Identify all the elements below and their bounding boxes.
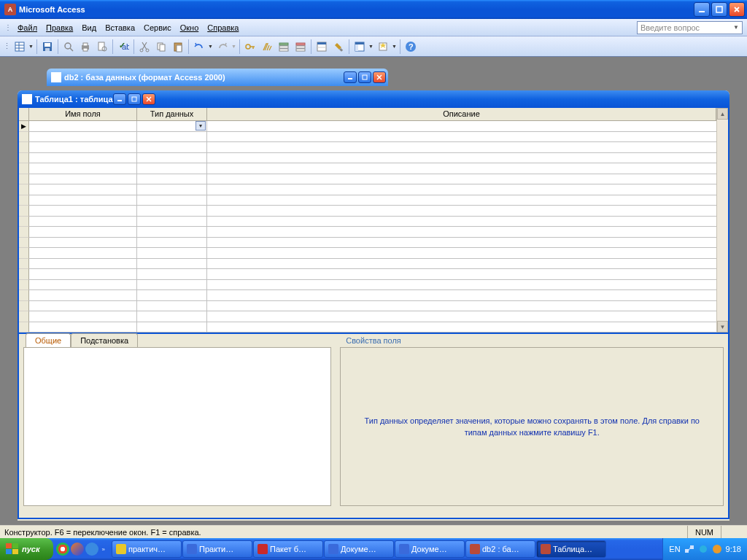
primary-key-button[interactable]: [242, 39, 258, 55]
grid-row[interactable]: [19, 163, 716, 174]
cell-data-type[interactable]: [137, 174, 207, 185]
row-selector[interactable]: [19, 311, 29, 322]
quick-ie-icon[interactable]: [85, 542, 98, 556]
database-window-dropdown-icon[interactable]: ▼: [368, 44, 374, 49]
cell-description[interactable]: [207, 301, 716, 312]
quick-chrome-icon[interactable]: [56, 542, 69, 556]
cell-description[interactable]: [207, 142, 716, 153]
grid-row[interactable]: [19, 174, 716, 185]
row-selector[interactable]: [19, 195, 29, 206]
taskbar-item[interactable]: Докуме…: [395, 540, 465, 558]
cell-description[interactable]: [207, 174, 716, 185]
cell-field-name[interactable]: [29, 322, 137, 333]
cell-description[interactable]: [207, 184, 716, 195]
row-selector[interactable]: [19, 269, 29, 280]
build-button[interactable]: [330, 39, 347, 55]
grid-row[interactable]: [19, 206, 716, 217]
paste-button[interactable]: [170, 39, 186, 55]
cell-description[interactable]: [207, 311, 716, 322]
table-window-titlebar[interactable]: Таблица1 : таблица: [18, 90, 729, 108]
grid-row[interactable]: [19, 195, 716, 206]
cell-description[interactable]: [207, 269, 716, 280]
scroll-down-button[interactable]: ▼: [717, 321, 728, 332]
cell-field-name[interactable]: [29, 280, 137, 291]
tab-lookup[interactable]: Подстановка: [71, 333, 138, 347]
cell-data-type[interactable]: [137, 269, 207, 280]
db-minimize-button[interactable]: [344, 71, 357, 83]
grid-row[interactable]: [19, 322, 716, 333]
indexes-button[interactable]: [259, 39, 275, 55]
cell-data-type[interactable]: [137, 311, 207, 322]
tray-network-icon[interactable]: [684, 544, 694, 554]
cell-field-name[interactable]: [29, 174, 137, 185]
view-button[interactable]: [12, 39, 28, 55]
delete-rows-button[interactable]: [293, 39, 309, 55]
row-selector[interactable]: [19, 280, 29, 291]
menu-insert[interactable]: Вставка: [101, 22, 139, 34]
cell-data-type[interactable]: [137, 227, 207, 238]
taskbar-item[interactable]: практич…: [112, 540, 182, 558]
save-button[interactable]: [39, 39, 55, 55]
grid-row[interactable]: [19, 217, 716, 228]
grid-row[interactable]: [19, 290, 716, 301]
new-object-dropdown-icon[interactable]: ▼: [392, 44, 398, 49]
cell-description[interactable]: [207, 280, 716, 291]
menu-file[interactable]: Файл: [13, 22, 42, 34]
clock[interactable]: 9:18: [726, 545, 741, 553]
table-minimize-button[interactable]: [113, 93, 126, 105]
app-maximize-button[interactable]: [711, 2, 727, 17]
row-selector[interactable]: [19, 132, 29, 143]
scroll-track[interactable]: [717, 120, 728, 321]
grid-row[interactable]: [19, 238, 716, 249]
taskbar-item[interactable]: db2 : ба…: [465, 540, 535, 558]
cell-data-type[interactable]: [137, 195, 207, 206]
cell-description[interactable]: [207, 163, 716, 174]
row-selector[interactable]: [19, 206, 29, 217]
cell-field-name[interactable]: [29, 301, 137, 312]
cell-field-name[interactable]: [29, 195, 137, 206]
row-selector[interactable]: [19, 142, 29, 153]
grid-row[interactable]: [19, 248, 716, 259]
cell-description[interactable]: [207, 206, 716, 217]
cell-field-name[interactable]: [29, 163, 137, 174]
database-window-button[interactable]: [352, 39, 368, 55]
cell-data-type[interactable]: [137, 259, 207, 270]
cell-field-name[interactable]: [29, 290, 137, 301]
cell-field-name[interactable]: [29, 217, 137, 228]
grid-row[interactable]: ▶ ▾: [19, 121, 716, 132]
cell-field-name[interactable]: [29, 153, 137, 164]
cut-button[interactable]: [136, 39, 152, 55]
tab-general[interactable]: Общие: [26, 333, 71, 347]
language-indicator[interactable]: EN: [669, 545, 680, 553]
cell-field-name[interactable]: [29, 259, 137, 270]
row-selector[interactable]: [19, 174, 29, 185]
cell-field-name[interactable]: [29, 142, 137, 153]
scroll-up-button[interactable]: ▲: [717, 108, 728, 120]
cell-description[interactable]: [207, 322, 716, 333]
print-preview-button[interactable]: [94, 39, 110, 55]
grid-row[interactable]: [19, 227, 716, 238]
cell-data-type[interactable]: ▾: [137, 121, 207, 132]
cell-data-type[interactable]: [137, 322, 207, 333]
col-data-type[interactable]: Тип данных: [137, 108, 207, 121]
cell-description[interactable]: [207, 132, 716, 143]
spell-check-button[interactable]: ✓abc: [115, 39, 131, 55]
view-dropdown-icon[interactable]: ▼: [28, 44, 34, 49]
cell-data-type[interactable]: [137, 184, 207, 195]
help-button[interactable]: ?: [403, 39, 419, 55]
cell-field-name[interactable]: [29, 132, 137, 143]
cell-data-type[interactable]: [137, 142, 207, 153]
cell-description[interactable]: [207, 121, 716, 132]
new-object-button[interactable]: [375, 39, 391, 55]
cell-field-name[interactable]: [29, 238, 137, 249]
database-window-titlebar[interactable]: db2 : база данных (формат Access 2000): [47, 69, 388, 86]
app-minimize-button[interactable]: [694, 2, 710, 17]
cell-description[interactable]: [207, 153, 716, 164]
grid-row[interactable]: [19, 311, 716, 322]
undo-button[interactable]: [191, 39, 207, 55]
cell-field-name[interactable]: [29, 269, 137, 280]
row-selector[interactable]: [19, 290, 29, 301]
row-selector[interactable]: [19, 322, 29, 333]
taskbar-item[interactable]: Таблица…: [536, 540, 606, 558]
row-selector[interactable]: [19, 259, 29, 270]
